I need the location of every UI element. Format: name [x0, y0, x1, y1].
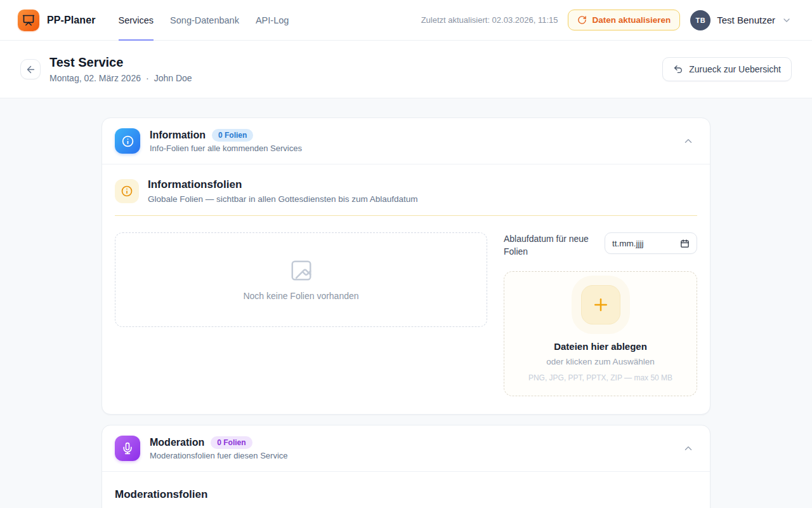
file-dropzone[interactable]: Dateien hier ablegen oder klicken zum Au…	[504, 271, 697, 396]
service-author: John Doe	[154, 73, 192, 83]
refresh-icon	[577, 15, 587, 25]
microphone-icon	[121, 442, 134, 455]
information-card-header[interactable]: Information 0 Folien Info-Folien fuer al…	[102, 118, 710, 164]
dropzone-hint: PNG, JPG, PPT, PPTX, ZIP — max 50 MB	[528, 373, 672, 382]
information-collapse-button[interactable]	[679, 132, 697, 150]
add-file-button[interactable]	[581, 285, 620, 324]
information-card-titles: Information 0 Folien Info-Folien fuer al…	[150, 129, 302, 153]
information-card-subtitle: Info-Folien fuer alle kommenden Services	[150, 144, 302, 153]
amber-divider	[115, 215, 697, 216]
service-date: Montag, 02. März 2026	[49, 73, 141, 83]
arrow-left-icon	[25, 64, 36, 75]
back-button[interactable]	[20, 59, 41, 79]
dot-separator: ·	[146, 73, 149, 83]
slides-empty-state: Noch keine Folien vorhanden	[115, 232, 487, 327]
refresh-data-button[interactable]: Daten aktualisieren	[568, 10, 680, 30]
moderation-card-titles: Moderation 0 Folien Moderationsfolien fu…	[150, 436, 288, 460]
information-folien-badge: 0 Folien	[212, 129, 253, 142]
page-titles: Test Service Montag, 02. März 2026 · Joh…	[49, 55, 192, 83]
avatar: TB	[690, 10, 710, 30]
dropzone-subtitle: oder klicken zum Auswählen	[546, 357, 654, 366]
chevron-up-icon	[683, 135, 694, 147]
information-icon	[115, 128, 140, 154]
dropzone-title: Dateien hier ablegen	[554, 341, 647, 352]
chevron-down-icon	[782, 15, 792, 25]
moderation-icon	[115, 436, 140, 461]
brand-name: PP-Planer	[47, 15, 96, 26]
empty-state-text: Noch keine Folien vorhanden	[243, 291, 358, 301]
plus-icon	[591, 295, 610, 314]
info-outline-icon	[115, 179, 139, 203]
informationsfolien-titles: Informationsfolien Globale Folien — sich…	[148, 178, 417, 204]
app-screen: PP-Planer Services Song-Datenbank API-Lo…	[0, 0, 812, 508]
nav-item-services[interactable]: Services	[119, 0, 154, 41]
moderation-collapse-button[interactable]	[679, 439, 697, 457]
date-placeholder: tt.mm.jjjj	[612, 239, 644, 248]
back-to-overview-label: Zurueck zur Uebersicht	[689, 64, 781, 74]
chevron-up-icon	[683, 443, 694, 454]
user-menu[interactable]: TB Test Benutzer	[690, 10, 792, 30]
page-title: Test Service	[49, 55, 192, 70]
info-circle-icon	[121, 185, 133, 197]
back-to-overview-button[interactable]: Zurueck zur Uebersicht	[662, 57, 792, 81]
refresh-button-label: Daten aktualisieren	[592, 15, 671, 25]
topbar: PP-Planer Services Song-Datenbank API-Lo…	[0, 0, 812, 41]
info-circle-icon	[121, 135, 134, 148]
user-name: Test Benutzer	[717, 15, 775, 25]
image-icon	[289, 258, 313, 283]
moderation-card-subtitle: Moderationsfolien fuer diesen Service	[150, 451, 288, 460]
moderation-card-title: Moderation	[150, 437, 204, 448]
moderation-card-body: Moderationsfolien	[102, 472, 710, 508]
section-title: Informationsfolien	[148, 178, 417, 191]
last-updated-text: Zuletzt aktualisiert: 02.03.2026, 11:15	[421, 15, 558, 25]
page-subtitle: Montag, 02. März 2026 · John Doe	[49, 73, 192, 83]
undo-icon	[673, 64, 683, 74]
upload-column: Ablaufdatum für neue Folien tt.mm.jjjj	[504, 232, 697, 396]
expiry-row: Ablaufdatum für neue Folien tt.mm.jjjj	[504, 232, 697, 258]
calendar-icon[interactable]	[680, 239, 690, 248]
page-header: Test Service Montag, 02. März 2026 · Joh…	[0, 41, 812, 98]
main-nav: Services Song-Datenbank API-Log	[119, 0, 289, 41]
expiry-date-label: Ablaufdatum für neue Folien	[504, 232, 596, 258]
brand: PP-Planer	[18, 10, 96, 31]
informationsfolien-section-header: Informationsfolien Globale Folien — sich…	[115, 178, 697, 204]
section-subtitle: Globale Folien — sichtbar in allen Gotte…	[148, 194, 417, 204]
main-content: Information 0 Folien Info-Folien fuer al…	[0, 98, 812, 508]
presentation-icon	[22, 14, 35, 27]
nav-item-api-log[interactable]: API-Log	[256, 0, 289, 41]
moderation-folien-badge: 0 Folien	[211, 436, 252, 449]
nav-item-song-datenbank[interactable]: Song-Datenbank	[170, 0, 239, 41]
information-card-body: Informationsfolien Globale Folien — sich…	[102, 164, 710, 414]
information-card: Information 0 Folien Info-Folien fuer al…	[102, 117, 710, 415]
moderation-card: Moderation 0 Folien Moderationsfolien fu…	[102, 425, 710, 508]
app-logo-icon	[18, 10, 39, 31]
topbar-right: Zuletzt aktualisiert: 02.03.2026, 11:15 …	[421, 10, 792, 30]
moderation-section-title: Moderationsfolien	[115, 488, 697, 501]
expiry-date-input[interactable]: tt.mm.jjjj	[605, 232, 697, 254]
information-card-title: Information	[150, 130, 206, 141]
moderation-card-header[interactable]: Moderation 0 Folien Moderationsfolien fu…	[102, 425, 710, 471]
